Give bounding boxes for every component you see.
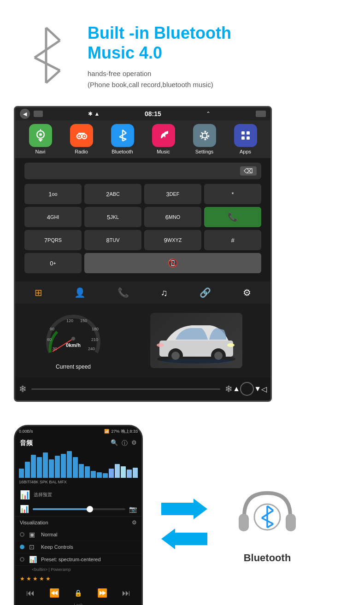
- dial-input[interactable]: ⌫: [24, 163, 261, 179]
- bottom-nav-grid[interactable]: ⊞: [30, 285, 47, 300]
- next-button[interactable]: ⏩: [97, 588, 107, 598]
- media-icon: [34, 111, 43, 117]
- viz-option-normal[interactable]: ▣ Normal: [15, 529, 141, 541]
- phone-settings-icon[interactable]: ⚙: [131, 439, 137, 447]
- phone-time: 晚上8:33: [121, 429, 138, 435]
- fan-right-icon[interactable]: ❄: [225, 383, 233, 394]
- viz-option-keep[interactable]: ⊡ Keep Controls: [15, 541, 141, 553]
- nav-icons-row: Navi Radio Bluetooth: [15, 120, 270, 158]
- next-next-button[interactable]: ⏭: [122, 588, 130, 598]
- eq-bar-15: [103, 473, 108, 478]
- key-1[interactable]: 1 oo: [24, 184, 82, 204]
- bluetooth-label: Bluetooth: [112, 149, 133, 154]
- svg-point-19: [202, 133, 207, 138]
- bluetooth-logo-icon: [18, 18, 74, 92]
- key-2[interactable]: 2 ABC: [84, 184, 141, 204]
- eq-bar-9: [67, 451, 72, 478]
- bottom-nav-music2[interactable]: ♫: [156, 286, 172, 300]
- preset-label: 选择预置: [34, 492, 52, 498]
- bottom-nav-settings2[interactable]: ⚙: [238, 285, 256, 300]
- ac-slider-left[interactable]: [31, 388, 220, 390]
- star-5: ★: [46, 576, 51, 582]
- camera-icon[interactable]: 📷: [129, 505, 137, 513]
- svg-rect-21: [247, 131, 250, 135]
- svg-rect-12: [78, 133, 85, 134]
- svg-point-41: [227, 343, 235, 347]
- nav-item-music[interactable]: Music: [152, 124, 175, 154]
- key-star[interactable]: *: [204, 184, 261, 204]
- svg-text:120: 120: [66, 318, 73, 323]
- bottom-nav-contacts[interactable]: 👤: [70, 285, 90, 300]
- nav-item-apps[interactable]: Apps: [234, 124, 257, 154]
- ac-down-arrow[interactable]: ▼: [254, 385, 261, 393]
- star-1: ★: [20, 576, 25, 582]
- dialpad-area: ⌫ 1 oo 2 ABC 3 DEF * 4 GHI 5 JKL 6 MNO 📞…: [15, 158, 270, 282]
- ac-mode-button[interactable]: [240, 382, 254, 396]
- phone-data-speed: 0.00B/s: [19, 429, 33, 434]
- svg-line-4: [46, 70, 60, 83]
- svg-rect-45: [286, 514, 296, 531]
- status-bar-left: ◀: [20, 109, 43, 119]
- ac-up-arrow[interactable]: ▲: [233, 385, 240, 393]
- svg-point-42: [157, 343, 164, 347]
- key-8[interactable]: 8 TUV: [84, 230, 141, 250]
- volume-bar[interactable]: [33, 508, 125, 510]
- phone-header: 音频 🔍 ⓘ ⚙: [15, 436, 141, 450]
- svg-line-1: [46, 28, 60, 41]
- lock-icon[interactable]: 🔒: [74, 589, 82, 597]
- key-6[interactable]: 6 MNO: [144, 207, 201, 227]
- viz-option-preset[interactable]: 📊 Preset: spectrum-centered: [15, 553, 141, 566]
- car-screen: ◀ ✱ ▲ 08:15 ⌃ Navi Radio: [14, 106, 272, 402]
- end-call-button[interactable]: 📵: [84, 253, 261, 273]
- key-7[interactable]: 7 PQRS: [24, 230, 82, 250]
- bluetooth-headphone-section: Bluetooth: [226, 475, 309, 573]
- phone-bluetooth-section: 0.00B/s 📶 27% 晚上8:33 音频 🔍 ⓘ ⚙: [0, 416, 364, 605]
- bluetooth-bottom-label: Bluetooth: [244, 552, 291, 564]
- prev-prev-button[interactable]: ⏮: [26, 588, 35, 598]
- viz-settings-icon[interactable]: ⚙: [132, 519, 137, 526]
- eq-bar-7: [55, 456, 60, 478]
- eq-bar-6: [49, 459, 54, 478]
- phone-info-icon[interactable]: ⓘ: [122, 439, 128, 447]
- svg-point-38: [171, 352, 180, 360]
- svg-text:180: 180: [92, 327, 99, 331]
- format-label: 16BIT/48K SPK BAL MFX: [19, 480, 138, 484]
- nav-item-bluetooth[interactable]: Bluetooth: [111, 124, 134, 154]
- lock-section: Lock: [15, 602, 141, 605]
- bottom-nav-link[interactable]: 🔗: [195, 285, 216, 300]
- nav-item-navi[interactable]: Navi: [29, 124, 52, 154]
- bottom-nav-calls[interactable]: 📞: [113, 285, 134, 300]
- expand-icon: ⌃: [206, 111, 211, 117]
- delete-button[interactable]: ⌫: [240, 166, 257, 176]
- svg-point-40: [214, 352, 223, 360]
- key-hash[interactable]: #: [204, 230, 261, 250]
- ac-controls: ❄ ❄ ▲ ▼ ◁: [15, 377, 270, 400]
- ac-back-arrow[interactable]: ◁: [261, 385, 267, 394]
- viz-option-keep-radio[interactable]: [20, 545, 24, 549]
- phone-mock: 0.00B/s 📶 27% 晚上8:33 音频 🔍 ⓘ ⚙: [14, 425, 143, 605]
- main-title: Built -in Bluetooth Music 4.0: [88, 23, 346, 63]
- battery-icon: [256, 111, 266, 117]
- phone-search-icon[interactable]: 🔍: [111, 439, 118, 447]
- viz-option-normal-radio[interactable]: [20, 532, 24, 537]
- phone-header-icons: 🔍 ⓘ ⚙: [111, 439, 137, 447]
- key-3[interactable]: 3 DEF: [144, 184, 201, 204]
- navi-label: Navi: [35, 149, 45, 154]
- back-button[interactable]: ◀: [20, 109, 30, 119]
- nav-item-settings[interactable]: Settings: [193, 124, 216, 154]
- svg-rect-20: [241, 131, 245, 135]
- prev-button[interactable]: ⏪: [49, 588, 59, 598]
- viz-option-preset-radio[interactable]: [20, 557, 24, 562]
- headphone-svg-icon: [235, 484, 299, 548]
- key-0[interactable]: 0 +: [24, 253, 82, 273]
- key-9[interactable]: 9 WXYZ: [144, 230, 201, 250]
- lock-label: Lock: [74, 603, 82, 605]
- nav-item-radio[interactable]: Radio: [70, 124, 93, 154]
- key-5[interactable]: 5 JKL: [84, 207, 141, 227]
- call-button[interactable]: 📞: [204, 207, 261, 227]
- viz-options: ▣ Normal ⊡ Keep Controls 📊 Preset: spect…: [15, 529, 141, 566]
- volume-knob[interactable]: [87, 506, 93, 512]
- fan-left-icon[interactable]: ❄: [19, 383, 27, 394]
- key-4[interactable]: 4 GHI: [24, 207, 82, 227]
- status-icons: ✱ ▲: [88, 111, 100, 117]
